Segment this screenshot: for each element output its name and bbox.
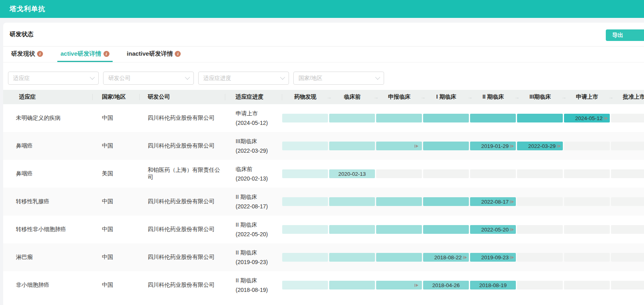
stage-label: 申请上市 (576, 93, 598, 101)
stage-cell-药物发现 (282, 197, 329, 206)
progress-cell: 申请上市(2024-05-12) (225, 104, 282, 132)
info-icon[interactable]: i (175, 51, 181, 57)
stage-track: 2024-05-12 (282, 114, 644, 122)
filter-select-适应症[interactable]: 适应症 (8, 72, 99, 85)
stage-cell-申报临床 (376, 197, 423, 206)
stage-cell-II 期临床: 2018-08-19 (470, 281, 517, 289)
stage-bar-filled[interactable] (376, 142, 422, 150)
filter-select-国家/地区[interactable]: 国家/地区 (293, 72, 384, 85)
stage-bar-filled (376, 114, 422, 122)
filter-select-适应症进度[interactable]: 适应症进度 (198, 72, 289, 85)
tab-active研发详情[interactable]: active研发详情i (57, 47, 113, 62)
stage-cell-临床前 (329, 281, 376, 289)
stage-cell-药物发现 (282, 142, 329, 150)
page-title: 塔戈利单抗 (10, 4, 45, 14)
stage-cell-申报临床 (376, 142, 423, 150)
stage-cell-临床前: 2020-02-13 (329, 169, 376, 178)
company-cell: 四川科伦药业股份有限公司 (139, 132, 225, 160)
rd-status-card: 研发状态 导出 研发现状iactive研发详情iinactive研发详情i 适应… (3, 23, 644, 305)
stage-cell-II 期临床: 2022-08-17 (470, 197, 517, 206)
stage-cell-申请上市 (564, 197, 611, 206)
tab-inactive研发详情[interactable]: inactive研发详情i (124, 47, 184, 62)
chevron-down-icon (90, 74, 95, 80)
stage-cell-药物发现 (282, 114, 329, 122)
stage-date: 2022-05-20 (481, 227, 509, 233)
stage-track: 2020-02-13 (282, 169, 644, 178)
stage-cell-批准上市 (611, 281, 644, 289)
stage-bar-empty (564, 281, 610, 289)
stage-bar-empty (564, 142, 610, 150)
stage-cell-批准上市 (611, 197, 644, 206)
stage-cell-I 期临床: 2018-08-22 (423, 253, 470, 262)
stage-bar-filled[interactable]: 2024-05-12 (564, 114, 610, 122)
stage-cell-药物发现 (282, 225, 329, 234)
stage-bar-filled[interactable]: 2022-08-17 (470, 197, 516, 206)
export-button[interactable]: 导出 (606, 29, 644, 41)
info-icon[interactable]: i (103, 51, 109, 57)
tabs: 研发现状iactive研发详情iinactive研发详情i (3, 47, 644, 62)
stage-bar-filled[interactable]: 2018-08-19 (470, 281, 516, 289)
progress-text: II 期临床(2018-08-19) (236, 276, 268, 295)
stage-date: 2019-09-23 (481, 254, 509, 260)
stage-label: III期临床 (529, 93, 551, 101)
stage-cell-临床前 (329, 253, 376, 262)
stage-cell-I 期临床 (423, 197, 470, 206)
stage-track: 2022-08-17 (282, 197, 644, 206)
stage-column-header-III期临床: III期临床→ (517, 90, 564, 104)
stage-bar-empty (517, 281, 563, 289)
stage-bar-filled[interactable]: 2018-04-26 (423, 281, 469, 289)
stage-bar-filled (282, 197, 328, 206)
stage-cell-申报临床 (376, 281, 423, 289)
country-cell: 中国 (92, 216, 139, 243)
stage-bar-filled[interactable]: 2022-03-29 (517, 142, 563, 150)
stage-bar-filled (282, 114, 328, 122)
stage-cell-临床前 (329, 114, 376, 122)
step-forward-icon (510, 200, 514, 204)
stage-date: 2018-08-22 (434, 254, 462, 260)
stage-column-header-II 期临床: II 期临床→ (470, 90, 517, 104)
progress-cell: II 期临床(2018-08-19) (225, 271, 282, 299)
company-cell: 四川科伦药业股份有限公司 (139, 243, 225, 271)
country-cell: 中国 (92, 243, 139, 271)
tab-研发现状[interactable]: 研发现状i (8, 47, 46, 62)
stage-cell-批准上市 (611, 225, 644, 234)
stage-label: II 期临床 (482, 93, 504, 101)
stage-bar-filled (329, 253, 375, 262)
stage-bar-filled[interactable]: 2018-08-22 (423, 253, 469, 262)
stage-date: 2018-04-26 (432, 282, 460, 288)
stage-bar-filled (282, 142, 328, 150)
stage-cell-II 期临床 (470, 169, 517, 178)
filter-select-研发公司[interactable]: 研发公司 (103, 72, 194, 85)
indication-cell: 转移性非小细胞肺癌 (3, 216, 92, 243)
stage-cell-III期临床 (517, 114, 564, 122)
stage-bar-filled[interactable]: 2019-09-23 (470, 253, 516, 262)
stage-cell-批准上市 (611, 253, 644, 262)
table-row: 转移性乳腺癌中国四川科伦药业股份有限公司II 期临床(2022-08-17)20… (3, 188, 644, 216)
stage-cell-药物发现 (282, 253, 329, 262)
stage-bar-empty (611, 114, 644, 122)
stage-bar-empty (611, 197, 644, 206)
stage-cell-申报临床 (376, 114, 423, 122)
stage-bar-filled (376, 253, 422, 262)
info-icon[interactable]: i (37, 51, 43, 57)
stage-bar-filled[interactable]: 2019-01-29 (470, 142, 516, 150)
indication-cell: 淋巴瘤 (3, 243, 92, 271)
stage-cell-临床前 (329, 225, 376, 234)
stage-cell-I 期临床 (423, 114, 470, 122)
stage-bar-empty (611, 169, 644, 178)
stage-bar-filled[interactable]: 2022-05-20 (470, 225, 516, 234)
stage-bar-empty (611, 253, 644, 262)
progress-text: II 期临床(2022-05-20) (236, 220, 268, 239)
stage-label: 临床前 (344, 93, 361, 101)
select-placeholder: 适应症 (13, 75, 30, 82)
country-cell: 中国 (92, 104, 139, 132)
select-placeholder: 研发公司 (108, 75, 131, 82)
stage-bar-filled[interactable] (376, 281, 422, 289)
stage-bar-empty (611, 142, 644, 150)
progress-cell: II 期临床(2019-09-23) (225, 243, 282, 271)
stage-bar-filled[interactable]: 2020-02-13 (329, 169, 375, 178)
stage-cell-I 期临床 (423, 225, 470, 234)
stage-bar-filled (282, 281, 328, 289)
table-header: 适应症国家/地区研发公司适应症进度药物发现→临床前→申报临床→I 期临床→II … (3, 90, 644, 104)
app-header: 塔戈利单抗 (0, 0, 644, 18)
